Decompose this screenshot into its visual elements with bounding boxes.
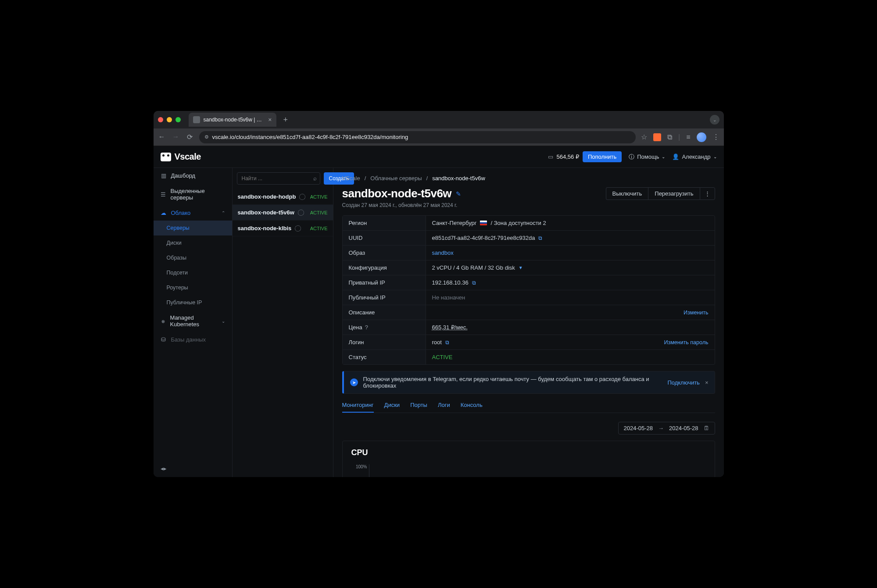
details-label: UUID [343,231,426,245]
banner-text: Подключи уведомления в Telegram, если ре… [363,376,662,389]
banner-connect-link[interactable]: Подключить [667,379,700,386]
balance: ▭ 564,56 ₽ Пополнить [548,151,622,162]
details-value[interactable]: sandbox [426,246,715,260]
details-label: Приватный IP [343,275,426,290]
nav-cloud-public-ip[interactable]: Публичные IP [154,295,232,310]
more-actions-button[interactable]: ⋮ [700,187,715,200]
chevron-down-icon: ⌄ [713,154,717,159]
chevron-down-icon: ⌄ [662,154,665,159]
help-icon[interactable]: ? [365,324,368,331]
user-menu[interactable]: 👤 Александр ⌄ [672,153,716,160]
nav-dashboard[interactable]: ▥ Дашборд [154,168,232,183]
reboot-button[interactable]: Перезагрузить [648,187,699,200]
chevron-down-icon: ⌄ [222,319,225,324]
forward-button[interactable]: → [172,133,180,141]
breadcrumb-section[interactable]: Облачные серверы [370,175,422,182]
server-list-item[interactable]: sandbox-node-t5v6w ACTIVE [233,205,333,221]
site-settings-icon[interactable]: ⚙ [204,134,209,140]
extensions-icon[interactable]: ⧉ [667,133,672,141]
details-value: Изменить [426,305,715,320]
nav-cloud-subnets[interactable]: Подсети [154,265,232,280]
help-link[interactable]: ⓘ Помощь ⌄ [629,153,665,161]
main-content: VScale / Облачные серверы / sandbox-node… [333,168,724,477]
details-value[interactable]: 2 vCPU / 4 Gb RAM / 32 Gb disk ▼ [426,260,715,275]
browser-tab-bar: sandbox-node-t5v6w | Обла × + ⌄ [154,111,724,128]
date-from: 2024-05-28 [624,425,653,431]
tab-logs[interactable]: Логи [438,398,450,413]
details-value: Не назначен [426,290,715,305]
browser-menu-icon[interactable]: ⋮ [712,133,719,141]
tab-console[interactable]: Консоль [461,398,483,413]
browser-tab[interactable]: sandbox-node-t5v6w | Обла × [189,113,276,127]
logo[interactable]: Vscale [161,152,201,162]
status-badge: ACTIVE [310,210,328,215]
change-password-link[interactable]: Изменить пароль [664,339,708,346]
content-tabs: Мониторинг Диски Порты Логи Консоль [342,398,715,413]
cpu-chart: 100% 75% 50% 25% 0% [351,464,706,477]
edit-icon[interactable]: ✎ [456,190,461,197]
tabs-dropdown[interactable]: ⌄ [710,115,719,125]
balance-amount: 564,56 ₽ [557,153,579,160]
nav-cloud[interactable]: ☁ Облако ⌃ [154,205,232,221]
nav-dedicated[interactable]: ☰ Выделенные серверы [154,183,232,205]
tab-title: sandbox-node-t5v6w | Обла [204,117,265,123]
server-name: sandbox-node-t5v6w [238,209,294,216]
topup-button[interactable]: Пополнить [583,151,622,162]
copy-icon[interactable]: ⧉ [472,280,476,286]
server-list-sidebar: ⌕ Создать sandbox-node-hodpb ACTIVE sand… [233,168,333,477]
nav-cloud-routers[interactable]: Роутеры [154,280,232,295]
server-list-item[interactable]: sandbox-node-hodpb ACTIVE [233,189,333,205]
breadcrumb-separator: / [365,175,366,182]
chart-title: CPU [351,448,706,457]
nav-cloud-servers[interactable]: Серверы [154,221,232,235]
cloud-icon: ☁ [161,210,167,216]
tab-ports[interactable]: Порты [410,398,427,413]
status-badge: ACTIVE [310,194,328,200]
profile-avatar[interactable] [697,132,706,142]
back-button[interactable]: ← [158,133,166,141]
details-label: Статус [343,350,426,364]
bookmark-icon[interactable]: ☆ [641,133,647,141]
y-tick: 100% [351,464,367,469]
new-tab-button[interactable]: + [280,115,292,125]
copy-icon[interactable]: ⧉ [445,339,449,346]
nav-cloud-images[interactable]: Образы [154,250,232,265]
tab-close-icon[interactable]: × [268,116,272,123]
copy-icon[interactable]: ⧉ [538,235,542,241]
window-maximize[interactable] [175,117,181,122]
help-icon: ⓘ [629,153,634,161]
banner-close-icon[interactable]: × [705,379,709,386]
tab-monitoring[interactable]: Мониторинг [342,398,374,413]
nav-label: Подсети [167,270,188,276]
details-label: Конфигурация [343,260,426,275]
breadcrumb-root[interactable]: VScale [342,175,360,182]
reload-button[interactable]: ⟳ [186,133,194,141]
details-label: Образ [343,246,426,260]
power-off-button[interactable]: Выключить [606,187,648,200]
nav-arrows: ← → ⟳ [158,133,194,141]
nav-databases: ⛁ Базы данных [154,332,232,347]
tab-favicon [193,116,200,123]
window-minimize[interactable] [167,117,172,122]
sidebar-collapse[interactable]: ◂▸ [154,460,232,477]
window-close[interactable] [158,117,163,122]
flag-ru-icon [480,221,487,225]
search-input[interactable] [237,172,320,185]
tab-disks[interactable]: Диски [384,398,400,413]
user-label: Александр [682,153,710,160]
chevron-down-icon: ▼ [519,265,523,270]
search-icon[interactable]: ⌕ [313,175,317,182]
extension-icon[interactable] [653,133,661,141]
date-range-picker[interactable]: 2024-05-28 → 2024-05-28 🗓 [618,422,715,435]
url-input[interactable]: ⚙ vscale.io/cloud/instances/e851cd7f-aa8… [199,131,636,143]
breadcrumb-current: sandbox-node-t5v6w [432,175,485,182]
server-list-item[interactable]: sandbox-node-klbis ACTIVE [233,221,333,236]
nav-k8s[interactable]: ⎈ Managed Kubernetes ⌄ [154,310,232,332]
app-header: Vscale ▭ 564,56 ₽ Пополнить ⓘ Помощь ⌄ 👤… [154,146,724,168]
edit-description-link[interactable]: Изменить [684,310,708,316]
reading-list-icon[interactable]: ≡ [686,133,690,141]
user-icon: 👤 [672,153,679,160]
nav-cloud-disks[interactable]: Диски [154,235,232,250]
cpu-chart-box: CPU 100% 75% 50% 25% 0% [342,441,715,477]
page-title: sandbox-node-t5v6w [342,187,452,200]
